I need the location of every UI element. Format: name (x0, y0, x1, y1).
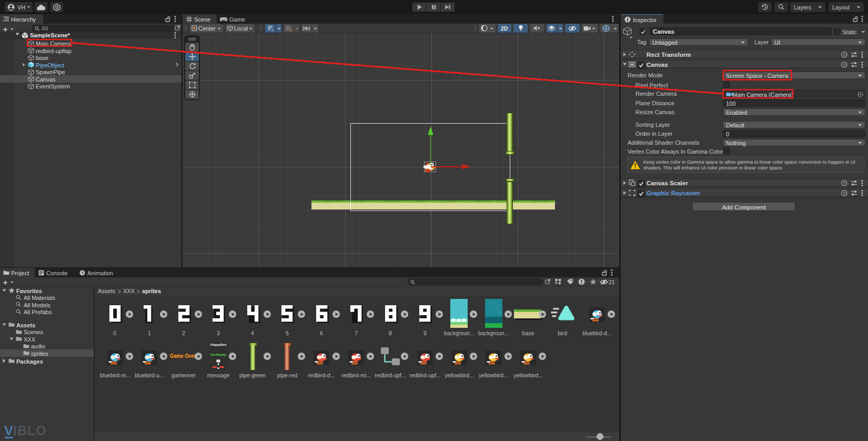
svg-text:?: ? (843, 53, 846, 57)
svg-text:?: ? (843, 63, 846, 67)
svg-text:Y: Y (271, 28, 274, 32)
svg-text:FlappyBird: FlappyBird (210, 343, 227, 346)
svg-text:?: ? (843, 181, 846, 186)
svg-text:?: ? (843, 191, 846, 196)
svg-text:Get Ready!: Get Ready! (210, 353, 227, 356)
